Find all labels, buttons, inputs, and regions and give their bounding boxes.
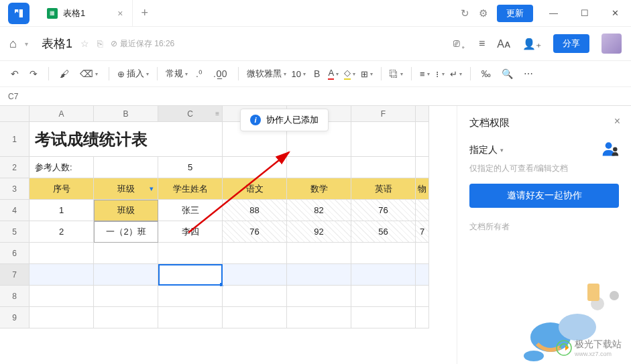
col-menu-icon[interactable]: ≡ (215, 110, 219, 117)
svg-rect-6 (587, 284, 599, 301)
add-person-icon[interactable]: 👤₊ (522, 38, 541, 50)
cell[interactable]: 李四 (158, 221, 223, 243)
increase-decimal-icon[interactable]: .0̲0 (211, 66, 230, 81)
table-row: 2 一（2）班 李四 76 92 56 7 (30, 221, 457, 243)
permissions-panel: 文档权限 × 指定人▾ 仅指定的人可查看/编辑文档 邀请好友一起协作 文档所有者 (457, 106, 631, 364)
col-header[interactable] (416, 106, 429, 122)
cell[interactable]: 1 (30, 200, 94, 221)
update-button[interactable]: 更新 (497, 5, 533, 22)
title-cell[interactable]: 考试成绩统计表 (30, 122, 223, 157)
header-cell[interactable]: 数学 (287, 178, 351, 200)
row-header[interactable]: 2 (0, 157, 30, 178)
row-header[interactable]: 1 (0, 122, 30, 157)
cell[interactable]: 76 (351, 200, 416, 221)
link-icon[interactable]: ‰ (479, 66, 494, 81)
redo-icon[interactable]: ↷ (27, 66, 40, 81)
fill-color-button[interactable]: ◇ ▾ (344, 68, 355, 80)
spreadsheet[interactable]: i 协作人已添加 1 2 3 4 5 6 7 8 9 A (0, 106, 457, 364)
active-cell[interactable] (158, 264, 223, 286)
watermark: 极光下载站 www.xz7.com (556, 339, 622, 357)
header-cell[interactable]: 学生姓名 (158, 178, 223, 200)
cell[interactable]: 5 (158, 157, 223, 178)
dropdown-cell[interactable]: 班级 (94, 200, 158, 221)
close-panel-icon[interactable]: × (614, 115, 620, 127)
bold-button[interactable]: B (311, 66, 323, 81)
menu-icon[interactable]: ≡ (479, 38, 485, 50)
header-cell[interactable]: 班级▾ (94, 178, 158, 200)
text-style-icon[interactable]: Aᴀ (497, 38, 510, 50)
merge-button[interactable]: ⿻ ▾ (390, 69, 403, 79)
header-cell[interactable]: 序号 (30, 178, 94, 200)
close-tab-icon[interactable]: × (117, 8, 123, 19)
invite-button[interactable]: 邀请好友一起协作 (469, 184, 619, 208)
row-header[interactable]: 8 (0, 286, 30, 307)
format-paint-icon[interactable]: 🖌 (57, 66, 72, 81)
cell[interactable]: 2 (30, 221, 94, 243)
star-icon[interactable]: ☆ (80, 38, 89, 49)
insert-dropdown[interactable]: ⊕ 插入 ▾ (117, 68, 149, 80)
filter-icon[interactable]: ▾ (150, 184, 154, 193)
dropdown-cell[interactable]: 一（2）班 (94, 221, 158, 243)
cell[interactable]: 76 (223, 221, 287, 243)
halign-button[interactable]: ≡ ▾ (420, 69, 430, 79)
maximize-button[interactable]: ☐ (574, 4, 595, 22)
select-all-corner[interactable] (0, 106, 30, 122)
save-status: ⊘ 最近保存 16:26 (111, 38, 174, 50)
share-button[interactable]: 分享 (553, 34, 589, 53)
browser-tab[interactable]: ▦ 表格1 × (38, 0, 133, 27)
cell[interactable]: 参考人数: (30, 157, 94, 178)
cell[interactable]: 88 (223, 200, 287, 221)
watermark-icon (556, 340, 572, 356)
row-header[interactable]: 4 (0, 200, 30, 221)
col-header[interactable]: C≡ (158, 106, 223, 122)
header-cell[interactable]: 物 (416, 178, 429, 200)
permission-dropdown[interactable]: 指定人▾ (469, 144, 504, 156)
add-doc-icon[interactable]: ⎚₊ (453, 38, 467, 50)
col-header[interactable]: A (30, 106, 94, 122)
toolbar: ↶ ↷ 🖌 ⌫▾ ⊕ 插入 ▾ 常规 ▾ .⁰ .0̲0 微软雅黑 ▾ 10 ▾… (0, 60, 631, 87)
row-header[interactable]: 9 (0, 307, 30, 328)
clear-format-icon[interactable]: ⌫▾ (77, 66, 101, 81)
more-icon[interactable]: ⋯ (521, 66, 536, 81)
row-header[interactable]: 7 (0, 264, 30, 286)
cell[interactable]: 92 (287, 221, 351, 243)
font-color-button[interactable]: A ▾ (328, 68, 339, 80)
decrease-decimal-icon[interactable]: .⁰ (193, 66, 205, 81)
refresh-icon[interactable]: ↻ (461, 7, 469, 19)
cell[interactable]: 82 (287, 200, 351, 221)
border-button[interactable]: ⊞ ▾ (361, 69, 373, 79)
sheet-icon: ▦ (47, 8, 58, 19)
toast-notification: i 协作人已添加 (240, 109, 329, 131)
user-avatar[interactable] (601, 34, 622, 54)
number-format-dropdown[interactable]: 常规 ▾ (166, 68, 188, 80)
cell[interactable] (94, 157, 158, 178)
chevron-down-icon[interactable]: ▾ (25, 40, 28, 48)
svg-point-4 (559, 314, 596, 341)
settings-gear-icon[interactable]: ⚙ (479, 7, 487, 19)
move-icon[interactable]: ⎘ (97, 38, 103, 49)
header-cell[interactable]: 英语 (351, 178, 416, 200)
name-box[interactable]: C7 (0, 92, 32, 101)
add-tab-button[interactable]: + (133, 6, 156, 20)
col-header[interactable]: F (351, 106, 416, 122)
app-logo-icon[interactable] (8, 3, 30, 24)
cell[interactable]: 56 (351, 221, 416, 243)
info-icon: i (250, 115, 261, 125)
cell[interactable] (416, 200, 429, 221)
font-dropdown[interactable]: 微软雅黑 ▾ (247, 68, 286, 80)
wrap-button[interactable]: ↵ ▾ (450, 69, 462, 79)
cell[interactable]: 张三 (158, 200, 223, 221)
undo-icon[interactable]: ↶ (8, 66, 21, 81)
search-icon[interactable]: 🔍 (499, 66, 516, 81)
cell[interactable]: 7 (416, 221, 429, 243)
row-header[interactable]: 6 (0, 243, 30, 264)
home-icon[interactable]: ⌂ (9, 37, 17, 51)
header-cell[interactable]: 语文 (223, 178, 287, 200)
minimize-button[interactable]: — (542, 4, 565, 22)
close-window-button[interactable]: ✕ (605, 4, 626, 22)
row-header[interactable]: 3 (0, 178, 30, 200)
font-size-dropdown[interactable]: 10 ▾ (292, 69, 306, 79)
col-header[interactable]: B (94, 106, 158, 122)
valign-button[interactable]: ⫶ ▾ (435, 69, 445, 79)
row-header[interactable]: 5 (0, 221, 30, 243)
